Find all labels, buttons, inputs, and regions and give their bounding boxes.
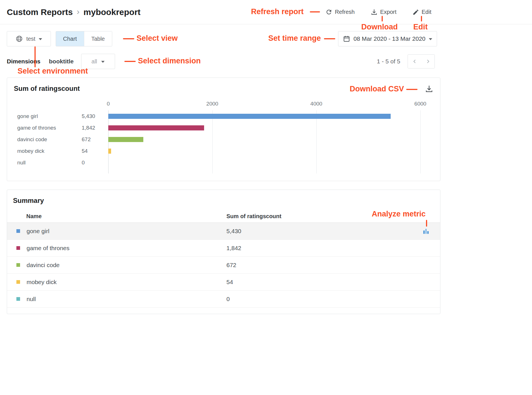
dimension-selected-value: all bbox=[92, 58, 97, 65]
chevron-down-icon bbox=[429, 38, 432, 40]
table-row[interactable]: null0 bbox=[7, 291, 440, 308]
chart-row: game of thrones1,842 bbox=[14, 122, 433, 134]
row-value: 0 bbox=[226, 296, 412, 302]
annotation-set-time-range: Set time range bbox=[268, 34, 321, 43]
row-name: mobey dick bbox=[27, 279, 57, 285]
bar[interactable] bbox=[108, 114, 391, 119]
series-color-swatch bbox=[16, 229, 20, 233]
breadcrumb-chevron-icon: › bbox=[77, 7, 79, 16]
category-label: gone girl bbox=[14, 113, 82, 119]
environment-selector[interactable]: test bbox=[7, 31, 51, 46]
summary-rows: gone girl5,430game of thrones1,842davinc… bbox=[7, 223, 440, 308]
download-icon bbox=[371, 8, 378, 16]
pagination-prev-button[interactable] bbox=[408, 55, 421, 68]
category-label: davinci code bbox=[14, 136, 82, 143]
annotation-refresh-report: Refresh report bbox=[251, 7, 304, 16]
summary-card: Summary Name Sum of ratingscount gone gi… bbox=[7, 190, 440, 314]
annotation-download: Download bbox=[361, 23, 398, 31]
download-icon bbox=[425, 85, 433, 93]
bar-track bbox=[108, 149, 420, 154]
globe-icon bbox=[16, 35, 23, 42]
chart-row: davinci code672 bbox=[14, 134, 433, 145]
breadcrumb-custom-reports[interactable]: Custom Reports bbox=[7, 7, 73, 17]
summary-title: Summary bbox=[13, 197, 440, 205]
series-color-swatch bbox=[16, 280, 20, 284]
row-name: game of thrones bbox=[27, 245, 70, 252]
row-value: 54 bbox=[226, 279, 412, 285]
chart-title: Sum of ratingscount bbox=[14, 85, 80, 93]
annotation-line bbox=[421, 16, 422, 22]
annotation-line bbox=[406, 89, 418, 90]
series-color-swatch bbox=[16, 263, 20, 267]
annotation-select-environment: Select environment bbox=[18, 67, 88, 76]
value-label: 672 bbox=[82, 136, 108, 143]
chart-row: gone girl5,430 bbox=[14, 110, 433, 122]
breadcrumb: Custom Reports › mybookreport bbox=[7, 7, 140, 17]
export-label: Export bbox=[380, 9, 397, 15]
x-tick-label: 6000 bbox=[414, 101, 426, 107]
dimension-name: booktitle bbox=[49, 58, 74, 65]
annotation-line bbox=[34, 46, 36, 67]
row-name: null bbox=[27, 296, 36, 302]
bar[interactable] bbox=[108, 149, 111, 154]
header-bar: Custom Reports › mybookreport Refresh Ex… bbox=[0, 0, 532, 24]
analyze-metric-icon[interactable] bbox=[422, 227, 430, 235]
annotation-line bbox=[124, 61, 136, 62]
refresh-button[interactable]: Refresh bbox=[325, 8, 355, 16]
x-tick-label: 2000 bbox=[206, 101, 218, 107]
value-label: 1,842 bbox=[82, 125, 108, 131]
annotation-line bbox=[382, 16, 383, 22]
annotation-line bbox=[123, 38, 134, 39]
x-axis-ticks: 0200040006000 bbox=[108, 101, 420, 110]
environment-label: test bbox=[26, 36, 35, 42]
annotation-select-view: Select view bbox=[137, 34, 178, 43]
row-value: 5,430 bbox=[226, 228, 412, 235]
table-row[interactable]: davinci code672 bbox=[7, 257, 440, 274]
chart-card: Sum of ratingscount 0200040006000 gone g… bbox=[7, 78, 440, 181]
value-label: 0 bbox=[82, 160, 108, 166]
date-range-label: 08 Mar 2020 - 13 Mar 2020 bbox=[354, 35, 425, 42]
category-label: game of thrones bbox=[14, 125, 82, 131]
series-color-swatch bbox=[16, 297, 20, 301]
pagination-next-button[interactable] bbox=[421, 55, 434, 68]
row-value: 672 bbox=[226, 262, 412, 269]
download-csv-button[interactable] bbox=[425, 85, 433, 94]
view-tab-chart[interactable]: Chart bbox=[56, 31, 84, 46]
header-actions: Refresh Export Edit bbox=[325, 8, 431, 16]
table-row[interactable]: game of thrones1,842 bbox=[7, 240, 440, 257]
bar-track bbox=[108, 125, 420, 130]
column-header-name: Name bbox=[7, 213, 226, 220]
chevron-down-icon bbox=[39, 38, 42, 40]
bar[interactable] bbox=[108, 125, 204, 130]
bar-track bbox=[108, 137, 420, 142]
category-label: mobey dick bbox=[14, 148, 82, 154]
chevron-left-icon bbox=[412, 58, 418, 65]
bar-track bbox=[108, 160, 420, 165]
custom-report-page: Custom Reports › mybookreport Refresh Ex… bbox=[0, 0, 532, 395]
annotation-line bbox=[324, 38, 335, 39]
page-title: mybookreport bbox=[83, 7, 140, 17]
row-name: gone girl bbox=[27, 228, 49, 235]
bar-chart: 0200040006000 gone girl5,430game of thro… bbox=[14, 101, 433, 173]
bar[interactable] bbox=[108, 137, 143, 142]
table-row[interactable]: gone girl5,430 bbox=[7, 223, 440, 240]
export-button[interactable]: Export bbox=[371, 8, 397, 16]
refresh-label: Refresh bbox=[335, 9, 355, 15]
table-row[interactable]: mobey dick54 bbox=[7, 274, 440, 291]
view-toggle: ChartTable bbox=[56, 31, 112, 46]
calendar-icon bbox=[343, 35, 350, 42]
pagination-range: 1 - 5 of 5 bbox=[377, 58, 400, 65]
chart-row: mobey dick54 bbox=[14, 145, 433, 157]
value-label: 54 bbox=[82, 148, 108, 154]
date-range-selector[interactable]: 08 Mar 2020 - 13 Mar 2020 bbox=[338, 31, 437, 46]
view-tab-table[interactable]: Table bbox=[84, 31, 112, 46]
chart-rows: gone girl5,430game of thrones1,842davinc… bbox=[14, 110, 433, 168]
chevron-right-icon bbox=[425, 58, 431, 65]
row-name: davinci code bbox=[27, 262, 60, 269]
annotation-edit: Edit bbox=[413, 23, 428, 31]
value-label: 5,430 bbox=[82, 113, 108, 119]
edit-button[interactable]: Edit bbox=[412, 9, 431, 16]
annotation-analyze-metric: Analyze metric bbox=[372, 210, 426, 218]
series-color-swatch bbox=[16, 246, 20, 250]
pencil-icon bbox=[412, 9, 419, 16]
